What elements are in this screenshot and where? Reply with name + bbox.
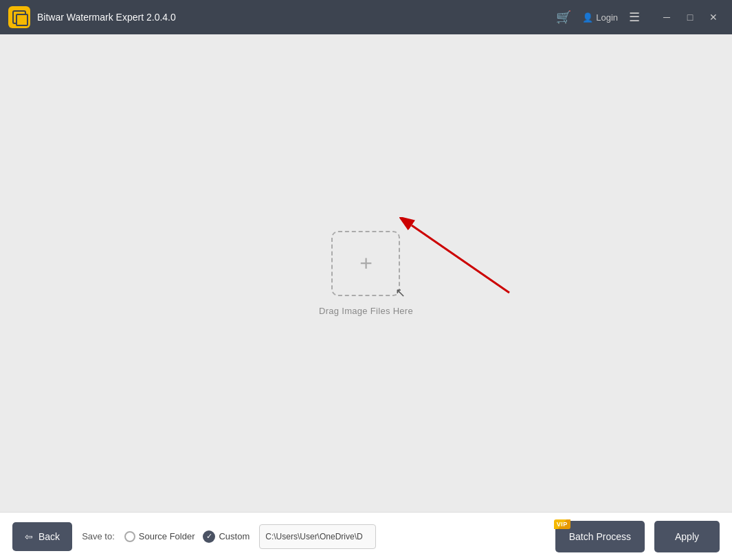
login-button[interactable]: 👤 Login	[582, 12, 618, 23]
save-path-input[interactable]	[259, 524, 376, 549]
custom-check: ✓	[203, 530, 215, 543]
minimize-icon: ─	[663, 12, 670, 23]
add-file-icon: +	[359, 252, 373, 274]
svg-line-1	[412, 225, 509, 293]
source-folder-option[interactable]: Source Folder	[124, 531, 195, 542]
login-label: Login	[596, 12, 618, 23]
app-logo	[8, 6, 30, 28]
cart-icon[interactable]: 🛒	[556, 10, 571, 25]
drop-zone-container: + ↖ Drag Image Files Here	[319, 231, 413, 316]
close-button[interactable]: ✕	[703, 7, 724, 27]
app-title: Bitwar Watermark Expert 2.0.4.0	[37, 12, 556, 23]
drop-zone[interactable]: + ↖	[331, 231, 400, 296]
maximize-button[interactable]: □	[680, 7, 700, 27]
back-arrow-icon: ⇦	[25, 531, 33, 542]
bottombar: ⇦ Back Save to: Source Folder ✓ Custom V…	[0, 512, 732, 560]
source-folder-label: Source Folder	[139, 531, 195, 541]
batch-process-label: Batch Process	[569, 531, 631, 542]
source-folder-radio	[124, 531, 135, 542]
minimize-button[interactable]: ─	[656, 7, 677, 27]
menu-icon[interactable]: ☰	[629, 10, 640, 25]
titlebar: Bitwar Watermark Expert 2.0.4.0 🛒 👤 Logi…	[0, 0, 732, 34]
custom-label: Custom	[219, 531, 249, 541]
save-to-label: Save to:	[82, 531, 115, 541]
close-icon: ✕	[709, 12, 718, 23]
save-options: Source Folder ✓ Custom	[124, 530, 249, 543]
apply-button[interactable]: Apply	[654, 521, 720, 552]
back-label: Back	[38, 531, 60, 542]
custom-option[interactable]: ✓ Custom	[203, 530, 249, 543]
window-controls: ─ □ ✕	[656, 7, 724, 27]
vip-badge: VIP	[554, 519, 570, 529]
apply-label: Apply	[675, 531, 699, 542]
back-button[interactable]: ⇦ Back	[12, 522, 72, 551]
red-arrow-indicator	[399, 217, 523, 309]
maximize-icon: □	[687, 12, 693, 23]
titlebar-actions: 🛒 👤 Login ☰ ─ □ ✕	[556, 7, 724, 27]
main-content: + ↖ Drag Image Files Here	[0, 34, 732, 512]
batch-process-button[interactable]: VIP Batch Process	[555, 521, 645, 552]
user-icon: 👤	[582, 12, 593, 23]
